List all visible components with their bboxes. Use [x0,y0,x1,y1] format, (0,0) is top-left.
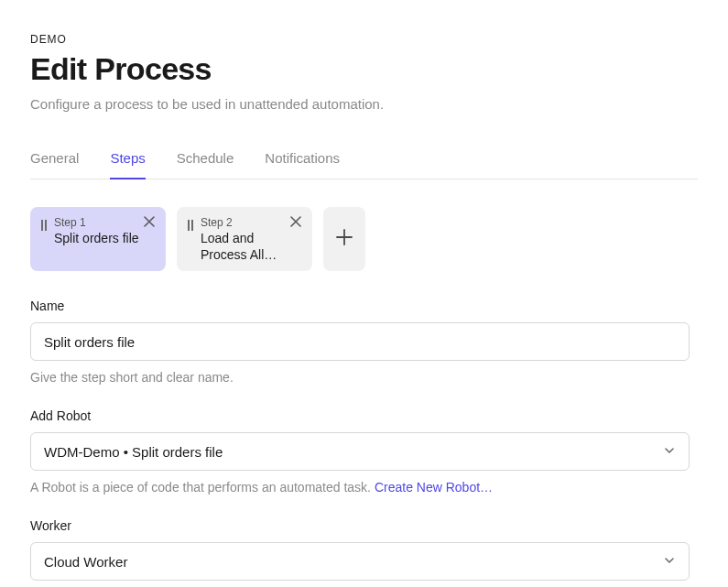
svg-rect-3 [191,220,193,231]
breadcrumb: DEMO [30,33,698,46]
remove-step-button[interactable] [290,214,305,229]
step-card-2[interactable]: Step 2 Load and Process All… [177,207,312,271]
step-card-1[interactable]: Step 1 Split orders file [30,207,166,271]
drag-handle-icon[interactable] [188,216,195,262]
tab-general[interactable]: General [30,150,79,179]
tab-bar: General Steps Schedule Notifications [30,150,698,179]
worker-select[interactable]: Cloud Worker [30,542,690,581]
robot-select[interactable]: WDM-Demo • Split orders file [30,432,690,471]
step-card-label: Step 2 [201,216,303,229]
page-title: Edit Process [30,51,698,87]
create-robot-link[interactable]: Create New Robot… [375,480,493,495]
close-icon [290,214,301,230]
step-cards-row: Step 1 Split orders file Step 2 Load and… [30,207,698,271]
robot-help: A Robot is a piece of code that performs… [30,480,698,495]
close-icon [144,214,155,230]
tab-notifications[interactable]: Notifications [265,150,340,179]
step-card-name: Load and Process All… [201,231,303,263]
drag-handle-icon[interactable] [41,216,49,262]
tab-schedule[interactable]: Schedule [177,150,234,179]
chevron-down-icon [663,444,676,460]
plus-icon [336,229,353,249]
svg-rect-1 [45,220,47,231]
worker-select-value: Cloud Worker [44,554,127,570]
worker-label: Worker [30,518,698,533]
worker-field: Worker Cloud Worker [30,518,698,581]
name-field: Name Give the step short and clear name. [30,299,698,385]
robot-field: Add Robot WDM-Demo • Split orders file A… [30,408,698,495]
robot-select-value: WDM-Demo • Split orders file [44,444,223,460]
tab-steps[interactable]: Steps [110,150,145,179]
step-card-label: Step 1 [54,216,157,229]
name-input[interactable] [30,322,690,361]
chevron-down-icon [663,554,676,570]
svg-rect-2 [188,220,190,231]
robot-label: Add Robot [30,408,698,423]
name-help: Give the step short and clear name. [30,370,698,385]
svg-rect-0 [41,220,43,231]
page-subtitle: Configure a process to be used in unatte… [30,96,698,112]
robot-help-text: A Robot is a piece of code that performs… [30,480,375,495]
step-card-name: Split orders file [54,231,157,247]
remove-step-button[interactable] [144,214,158,229]
name-label: Name [30,299,698,313]
add-step-button[interactable] [323,207,365,271]
